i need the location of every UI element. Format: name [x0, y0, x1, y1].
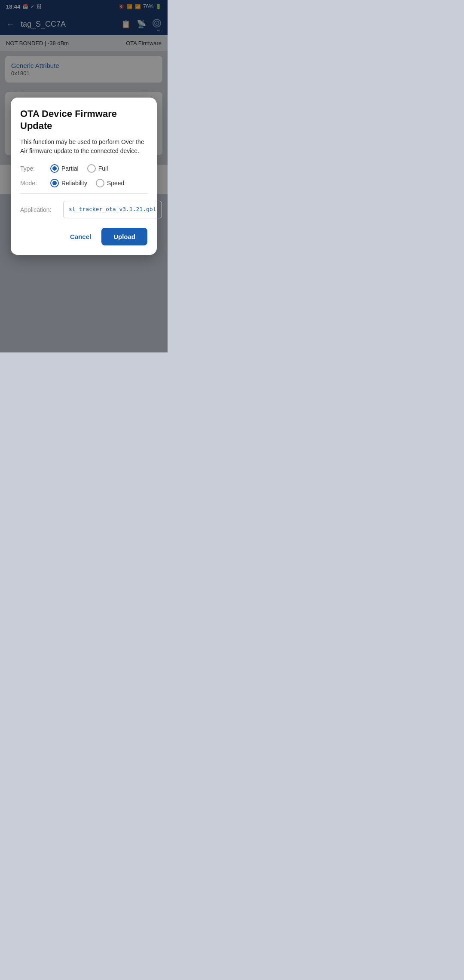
mode-radio-group: Mode: Reliability Speed — [20, 179, 147, 187]
mode-reliability-label: Reliability — [61, 180, 87, 187]
mode-speed-option[interactable]: Speed — [96, 179, 124, 187]
type-partial-radio[interactable] — [50, 164, 59, 173]
dialog-divider — [20, 193, 147, 194]
type-full-label: Full — [98, 165, 108, 172]
mode-speed-label: Speed — [107, 180, 124, 187]
application-field-row: Application: sl_tracker_ota_v3.1.21.gbl — [20, 201, 147, 218]
ota-dialog: OTA Device Firmware Update This function… — [11, 98, 157, 254]
mode-label: Mode: — [20, 180, 50, 187]
upload-button[interactable]: Upload — [101, 228, 147, 245]
type-full-radio[interactable] — [87, 164, 96, 173]
type-radio-group: Type: Partial Full — [20, 164, 147, 173]
dialog-overlay: OTA Device Firmware Update This function… — [0, 0, 168, 352]
type-full-option[interactable]: Full — [87, 164, 108, 173]
type-label: Type: — [20, 165, 50, 172]
dialog-description: This function may be used to perform Ove… — [20, 138, 147, 156]
type-partial-option[interactable]: Partial — [50, 164, 79, 173]
dialog-title: OTA Device Firmware Update — [20, 108, 147, 132]
application-label: Application: — [20, 206, 59, 213]
type-partial-label: Partial — [61, 165, 79, 172]
mode-reliability-option[interactable]: Reliability — [50, 179, 87, 187]
mode-reliability-radio[interactable] — [50, 179, 59, 187]
mode-speed-radio[interactable] — [96, 179, 104, 187]
cancel-button[interactable]: Cancel — [66, 230, 95, 244]
dialog-actions: Cancel Upload — [20, 228, 147, 245]
application-value[interactable]: sl_tracker_ota_v3.1.21.gbl — [63, 201, 162, 218]
